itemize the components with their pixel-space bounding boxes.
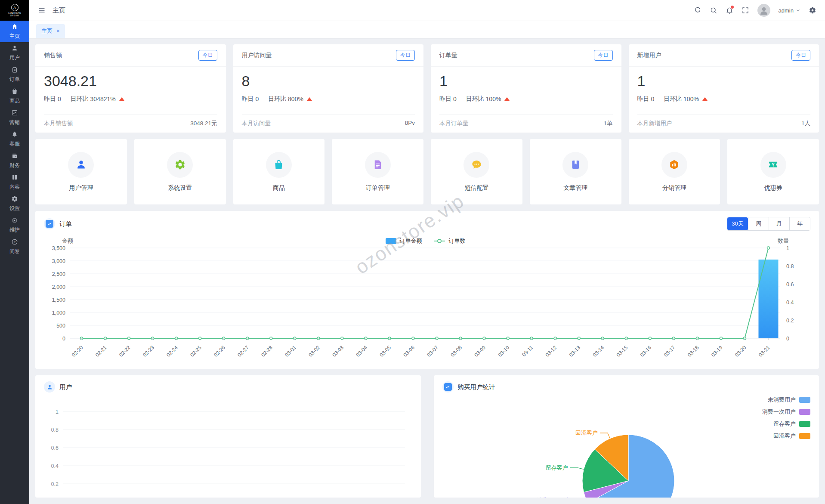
sidebar-item-marketing[interactable]: 营销: [0, 107, 29, 128]
shortcut-card-article-manage[interactable]: 文章管理: [530, 139, 621, 204]
stat-card-sales: 销售额 今日 3048.21 昨日 0 日环比 304821% 本月销售额 30…: [35, 44, 226, 133]
stat-card-header: 用户访问量 今日: [233, 44, 424, 67]
stat-card-header: 销售额 今日: [35, 44, 226, 67]
svg-text:03-03: 03-03: [331, 344, 345, 358]
sidebar-item-content[interactable]: 内容: [0, 171, 29, 193]
sidebar-item-finance[interactable]: 财务: [0, 150, 29, 171]
stat-card-header: 新增用户 今日: [629, 44, 819, 67]
svg-text:02-22: 02-22: [118, 344, 132, 358]
gear-icon[interactable]: [809, 6, 816, 14]
logo-text-line2: DREAM: [10, 14, 19, 17]
range-button-周[interactable]: 周: [748, 217, 769, 230]
stat-value: 3048.21: [44, 73, 217, 90]
logo[interactable]: A AMERICAN DREAM: [0, 0, 29, 21]
svg-text:03-16: 03-16: [639, 344, 653, 358]
shortcut-card-user-manage[interactable]: 用户管理: [35, 139, 127, 204]
content: 销售额 今日 3048.21 昨日 0 日环比 304821% 本月销售额 30…: [29, 38, 825, 504]
yesterday-value: 0: [58, 96, 61, 102]
pie-legend: 未消费用户消费一次用户留存客户回流客户: [762, 396, 810, 440]
pie-legend-item-回流客户[interactable]: 回流客户: [762, 432, 810, 440]
sidebar-item-service[interactable]: 客服: [0, 128, 29, 150]
svg-text:3,500: 3,500: [52, 245, 65, 251]
sidebar-item-users[interactable]: 用户: [0, 42, 29, 64]
shortcut-label: 分销管理: [662, 184, 686, 192]
svg-text:0.8: 0.8: [51, 427, 59, 433]
avatar[interactable]: [757, 4, 770, 17]
fullscreen-icon[interactable]: [742, 6, 749, 14]
today-badge: 今日: [791, 50, 810, 61]
legend-item-订单数[interactable]: 订单数: [433, 237, 466, 245]
ratio-label: 日环比: [268, 95, 286, 103]
pie-legend-swatch: [799, 433, 810, 439]
ratio-value: 304821%: [90, 96, 116, 102]
chevron-down-icon: [796, 8, 800, 13]
stat-card-orders: 订单量 今日 1 昨日 0 日环比 100% 本月订单量 1单: [431, 44, 621, 133]
yesterday-label: 昨日: [44, 95, 56, 103]
sidebar-item-home[interactable]: 主页: [0, 21, 29, 42]
user-icon: [11, 45, 18, 53]
sidebar-nav: 主页 用户 订单 商品 营销 客服 财务 内容 设置 维护 ? 问卷: [0, 21, 29, 504]
stat-title: 用户访问量: [242, 52, 272, 59]
stat-card-visits: 用户访问量 今日 8 昨日 0 日环比 800% 本月访问量 8Pv: [233, 44, 424, 133]
sidebar-item-goods[interactable]: 商品: [0, 85, 29, 107]
maintain-icon: [11, 217, 18, 225]
chat-icon: [463, 152, 489, 178]
topbar: 主页 admin: [29, 0, 825, 21]
sidebar-item-maintain[interactable]: 维护: [0, 214, 29, 236]
ratio-label: 日环比: [664, 95, 682, 103]
svg-text:02-25: 02-25: [189, 344, 203, 358]
stat-value: 1: [637, 73, 811, 90]
stat-subline: 昨日 0 日环比 100%: [637, 95, 811, 103]
trend-up-icon: [702, 97, 708, 101]
user-icon: [44, 381, 55, 393]
svg-text:03-15: 03-15: [615, 344, 629, 358]
hamburger-menu-icon[interactable]: [38, 6, 46, 14]
pie-label-留存客户: 留存客户: [545, 464, 568, 471]
order-panel-header: 订单 30天周月年: [44, 217, 810, 231]
svg-text:02-21: 02-21: [94, 344, 108, 358]
tab-close-icon[interactable]: ×: [56, 28, 60, 34]
app-root: A AMERICAN DREAM 主页 用户 订单 商品 营销 客服 财务 内容…: [0, 0, 825, 504]
shortcut-card-goods[interactable]: 商品: [233, 139, 325, 204]
svg-text:2,500: 2,500: [52, 271, 65, 277]
svg-text:03-11: 03-11: [521, 344, 534, 358]
range-button-年[interactable]: 年: [789, 217, 810, 230]
pie-legend-item-消费一次用户[interactable]: 消费一次用户: [762, 408, 810, 416]
pie-legend-swatch: [799, 421, 810, 427]
ratio-label: 日环比: [466, 95, 484, 103]
topbar-actions: admin: [694, 4, 816, 17]
order-chart-panel: 订单 30天周月年 金额 订单金额订单数 数量 05001,0001,5002,…: [35, 211, 819, 369]
sidebar-item-label: 维护: [9, 226, 20, 234]
pie-legend-item-未消费用户[interactable]: 未消费用户: [762, 396, 810, 404]
sidebar-item-survey[interactable]: ? 问卷: [0, 236, 29, 257]
sidebar-item-settings[interactable]: 设置: [0, 193, 29, 214]
svg-text:03-01: 03-01: [284, 344, 297, 358]
svg-text:03-18: 03-18: [686, 344, 700, 358]
trend-chart-icon: [442, 381, 454, 393]
pie-legend-item-留存客户[interactable]: 留存客户: [762, 420, 810, 428]
notifications-button[interactable]: [726, 6, 733, 14]
stat-card-body: 8 昨日 0 日环比 800%: [233, 67, 424, 114]
shortcut-card-distribution-manage[interactable]: 分销管理: [629, 139, 720, 204]
svg-text:02-26: 02-26: [213, 344, 226, 358]
shortcut-card-system-settings[interactable]: 系统设置: [134, 139, 226, 204]
settings-icon: [167, 152, 193, 178]
user-menu[interactable]: admin: [779, 7, 800, 14]
legend-item-订单金额[interactable]: 订单金额: [386, 237, 422, 245]
shortcut-card-order-manage[interactable]: 订单管理: [332, 139, 423, 204]
shortcut-card-coupon[interactable]: ¥ 优惠券: [727, 139, 819, 204]
svg-text:03-17: 03-17: [663, 344, 677, 358]
shortcut-card-sms-config[interactable]: 短信配置: [431, 139, 522, 204]
order-axis-row: 金额 订单金额订单数 数量: [44, 237, 810, 245]
refresh-icon[interactable]: [694, 6, 701, 14]
tab-home[interactable]: 主页 ×: [36, 24, 65, 38]
trend-chart-icon: [44, 218, 55, 229]
pie-label-回流客户: 回流客户: [575, 430, 597, 436]
sidebar-item-orders[interactable]: 订单: [0, 64, 29, 85]
yesterday-label: 昨日: [439, 95, 451, 103]
ticket-icon: ¥: [760, 152, 786, 178]
range-button-30天[interactable]: 30天: [727, 217, 748, 230]
shortcut-label: 系统设置: [168, 184, 192, 192]
search-icon[interactable]: [710, 6, 717, 14]
range-button-月[interactable]: 月: [769, 217, 789, 230]
